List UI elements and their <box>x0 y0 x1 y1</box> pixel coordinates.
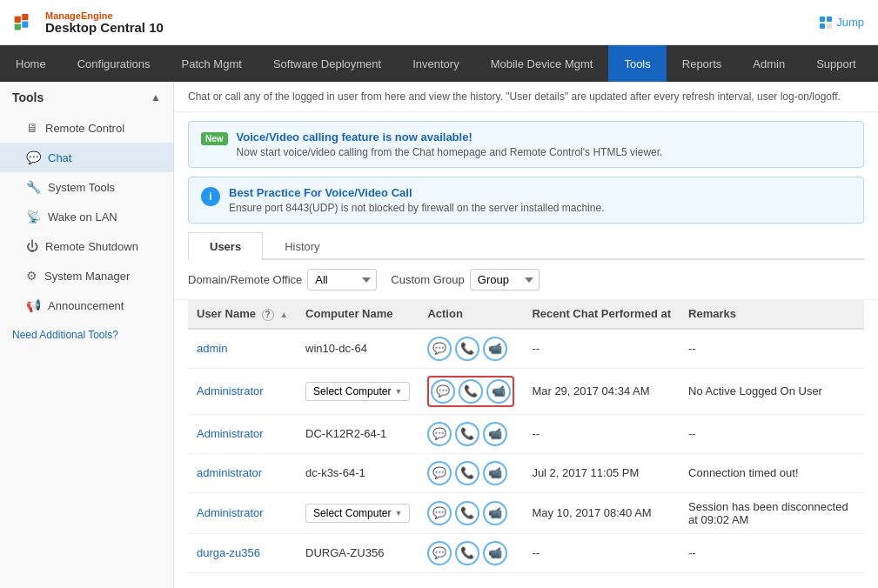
top-header: ManageEngine Desktop Central 10 Jump <box>0 0 878 45</box>
video-button[interactable]: 📹 <box>483 337 507 361</box>
table-row: durga-zu356 DURGA-ZU356 💬 📞 📹 -- -- <box>188 533 864 572</box>
video-button[interactable]: 📹 <box>483 461 507 485</box>
recent-chat: -- <box>523 533 680 572</box>
call-button[interactable]: 📞 <box>455 337 479 361</box>
video-button[interactable]: 📹 <box>483 541 507 565</box>
additional-tools-label: Need Additional Tools? <box>12 329 118 341</box>
best-practice-banner: i Best Practice For Voice/Video Call Ens… <box>188 177 864 224</box>
username-sort-icon[interactable]: ▲ <box>279 310 288 319</box>
best-practice-desc: Ensure port 8443(UDP) is not blocked by … <box>229 202 605 214</box>
nav-software-deployment[interactable]: Software Deployment <box>258 45 397 82</box>
computer-name: DC-K12R2-64-1 <box>297 414 419 453</box>
video-button[interactable]: 📹 <box>486 379 511 404</box>
tab-history[interactable]: History <box>263 232 341 260</box>
nav-tools[interactable]: Tools <box>608 45 666 82</box>
sidebar-item-wake-on-lan[interactable]: 📡 Wake on LAN <box>0 202 173 231</box>
chat-icon: 💬 <box>26 150 41 164</box>
action-cell: 💬 📞 📹 <box>419 492 523 533</box>
remote-shutdown-icon: ⏻ <box>26 239 38 253</box>
chat-button[interactable]: 💬 <box>427 422 452 446</box>
sidebar-item-announcement[interactable]: 📢 Announcement <box>0 291 173 320</box>
col-recent-chat: Recent Chat Performed at <box>523 300 680 329</box>
sidebar-item-remote-shutdown[interactable]: ⏻ Remote Shutdown <box>0 231 173 261</box>
logo-icon <box>14 14 40 31</box>
sidebar-item-system-tools[interactable]: 🔧 System Tools <box>0 172 173 202</box>
group-label: Custom Group <box>391 273 465 286</box>
nav-support[interactable]: Support <box>801 45 872 82</box>
call-button[interactable]: 📞 <box>455 461 479 485</box>
recent-chat: Jul 2, 2017 11:05 PM <box>523 453 680 492</box>
new-badge: New <box>201 132 228 145</box>
sidebar-item-system-manager[interactable]: ⚙ System Manager <box>0 261 173 291</box>
group-filter-group: Custom Group Group <box>391 269 540 291</box>
call-button[interactable]: 📞 <box>455 422 479 446</box>
group-select[interactable]: Group <box>470 269 540 291</box>
chat-button[interactable]: 💬 <box>427 541 452 565</box>
domain-select[interactable]: All <box>307 269 377 291</box>
nav-inventory[interactable]: Inventory <box>397 45 474 82</box>
call-button[interactable]: 📞 <box>455 541 479 565</box>
filters-row: Domain/Remote Office All Custom Group Gr… <box>174 260 878 300</box>
domain-label: Domain/Remote Office <box>188 273 302 286</box>
select-computer-button[interactable]: Select Computer <box>305 382 410 401</box>
svg-rect-4 <box>820 17 825 22</box>
nav-reports[interactable]: Reports <box>667 45 738 82</box>
action-group: 💬 📞 📹 <box>427 461 514 485</box>
nav-admin[interactable]: Admin <box>737 45 801 82</box>
announcement-icon: 📢 <box>26 298 41 312</box>
jump-link[interactable]: Jump <box>819 16 864 30</box>
logo-area: ManageEngine Desktop Central 10 <box>14 11 164 34</box>
new-feature-title: Voice/Video calling feature is now avail… <box>237 130 663 144</box>
computer-name: dc-k3s-64-1 <box>297 453 419 492</box>
nav-configurations[interactable]: Configurations <box>62 45 166 82</box>
col-action: Action <box>419 300 523 329</box>
nav-mobile-device-mgmt[interactable]: Mobile Device Mgmt <box>475 45 609 82</box>
sidebar-item-chat[interactable]: 💬 Chat <box>0 143 173 172</box>
table-row: administrator dc-k3s-64-1 💬 📞 📹 Jul 2, 2… <box>188 453 864 492</box>
tab-users[interactable]: Users <box>188 232 263 260</box>
col-username: User Name ? ▲ <box>188 300 297 329</box>
action-cell: 💬 📞 📹 <box>419 533 523 572</box>
user-link[interactable]: durga-zu356 <box>197 546 260 559</box>
user-link[interactable]: Administrator <box>197 506 264 519</box>
nav-home[interactable]: Home <box>0 45 62 82</box>
new-feature-banner: New Voice/Video calling feature is now a… <box>188 121 864 168</box>
computer-name: Select Computer <box>297 368 419 414</box>
action-cell: 💬 📞 📹 <box>419 368 523 414</box>
svg-rect-1 <box>22 14 28 20</box>
svg-rect-0 <box>15 16 21 22</box>
select-computer-button[interactable]: Select Computer <box>305 504 410 523</box>
svg-rect-2 <box>15 23 21 30</box>
user-link[interactable]: Administrator <box>197 427 264 440</box>
chat-button[interactable]: 💬 <box>427 501 452 525</box>
remarks: -- <box>680 414 864 453</box>
remarks: Connection timed out! <box>680 453 864 492</box>
action-cell: 💬 📞 📹 <box>419 414 523 453</box>
sidebar-item-label: Remote Control <box>45 122 124 135</box>
table-header: User Name ? ▲ Computer Name Action Recen… <box>188 300 864 329</box>
sidebar-item-label: Wake on LAN <box>48 210 117 224</box>
user-link[interactable]: administrator <box>197 466 262 479</box>
chat-button[interactable]: 💬 <box>427 337 452 361</box>
collapse-icon[interactable]: ▲ <box>151 91 161 104</box>
remote-control-icon: 🖥 <box>26 121 38 135</box>
sidebar-item-label: Chat <box>48 151 71 164</box>
video-button[interactable]: 📹 <box>483 422 507 446</box>
call-button[interactable]: 📞 <box>455 501 479 525</box>
nav-patch-mgmt[interactable]: Patch Mgmt <box>166 45 258 82</box>
user-link[interactable]: admin <box>197 342 227 355</box>
computer-name: DURGA-ZU356 <box>297 533 419 572</box>
remarks: No Active Logged On User <box>680 368 864 414</box>
sidebar-item-label: System Tools <box>48 181 115 194</box>
computer-name: win10-dc-64 <box>297 329 419 369</box>
sidebar-footer-link[interactable]: Need Additional Tools? <box>0 320 173 350</box>
sidebar-item-label: Announcement <box>48 299 124 312</box>
username-help-icon[interactable]: ? <box>262 309 274 321</box>
remarks: Session has been disconnected at 09:02 A… <box>680 492 864 533</box>
chat-button[interactable]: 💬 <box>427 461 452 485</box>
user-link[interactable]: Administrator <box>197 384 264 398</box>
sidebar-item-remote-control[interactable]: 🖥 Remote Control <box>0 113 173 143</box>
video-button[interactable]: 📹 <box>483 501 507 525</box>
call-button[interactable]: 📞 <box>459 379 483 404</box>
chat-button[interactable]: 💬 <box>431 379 455 404</box>
